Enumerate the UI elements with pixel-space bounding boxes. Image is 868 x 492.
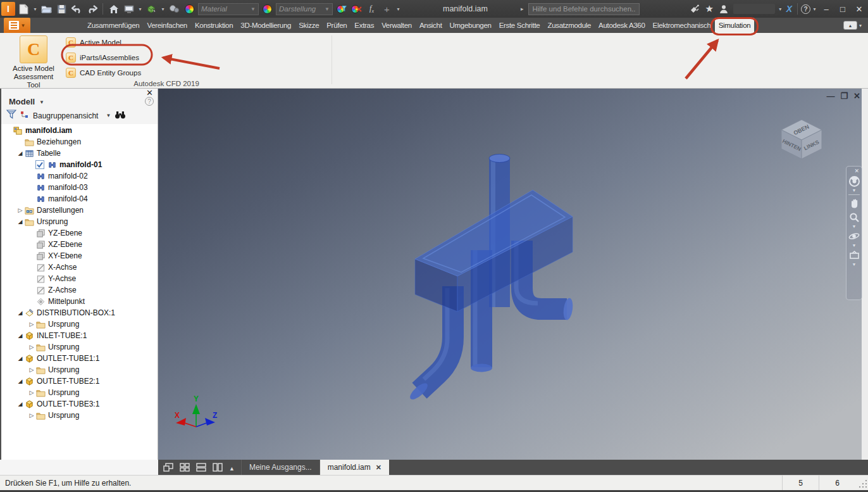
- appearance-clear-icon[interactable]: [350, 3, 363, 16]
- 3d-viewport[interactable]: — ❐ ✕ OBEN HINTEN LINKS ✕▼▼▼▼: [158, 89, 868, 460]
- chevron-down-icon[interactable]: ▼: [852, 224, 857, 229]
- tree-expander-icon[interactable]: ▷: [28, 321, 35, 327]
- tree-expander-icon[interactable]: ◢: [16, 355, 24, 362]
- tree-expander-icon[interactable]: ▷: [28, 367, 35, 373]
- document-tab-manifold-iam[interactable]: manifold.iam✕: [320, 460, 389, 475]
- split-vertical-icon[interactable]: [213, 463, 223, 472]
- tree-item-ursprung[interactable]: ▷Ursprung: [1, 387, 158, 398]
- orbit-icon[interactable]: [848, 230, 860, 243]
- view-cube[interactable]: OBEN HINTEN LINKS: [778, 117, 826, 161]
- tree-item-xz-ebene[interactable]: XZ-Ebene: [1, 239, 158, 250]
- chevron-down-icon[interactable]: ▼: [852, 243, 857, 248]
- checkbox-checked-icon[interactable]: [35, 160, 44, 169]
- close-icon[interactable]: ✕: [146, 89, 153, 97]
- view-mode-selector[interactable]: Baugruppenansicht: [33, 111, 98, 120]
- active-model-button[interactable]: CActive Model: [63, 35, 124, 49]
- satellite-icon[interactable]: [688, 3, 702, 16]
- view-face-icon[interactable]: [122, 3, 135, 16]
- look-at-icon[interactable]: [848, 249, 860, 262]
- chevron-down-icon[interactable]: ▾: [778, 6, 783, 12]
- tree-item-ursprung[interactable]: ▷Ursprung: [1, 341, 158, 353]
- chevron-down-icon[interactable]: ▾: [160, 6, 166, 12]
- new-file-icon[interactable]: [17, 3, 30, 16]
- search-input[interactable]: [528, 3, 640, 15]
- ribbon-tab-3d-modellierung[interactable]: 3D-Modellierung: [237, 18, 295, 33]
- 3d-model-manifold[interactable]: [158, 89, 868, 460]
- tree-expander-icon[interactable]: ▷: [16, 207, 24, 213]
- tree-item-manifold-01[interactable]: manifold-01: [1, 159, 158, 170]
- tree-expander-icon[interactable]: ▷: [28, 389, 35, 396]
- app-exchange-icon[interactable]: X: [784, 4, 794, 14]
- ribbon-tab-pr-fen[interactable]: Prüfen: [323, 18, 350, 33]
- tile-windows-icon[interactable]: [180, 463, 190, 472]
- chevron-down-icon[interactable]: ▾: [32, 6, 38, 12]
- tree-item-manifold-04[interactable]: manifold-04: [1, 193, 158, 205]
- tree-item-z-achse[interactable]: Z-Achse: [1, 284, 158, 296]
- iparts-iassemblies-button[interactable]: CiParts/iAssemblies: [63, 51, 142, 65]
- chevron-down-icon[interactable]: ▼: [106, 113, 111, 118]
- tree-item-beziehungen[interactable]: Beziehungen: [1, 136, 158, 148]
- ribbon-tab-umgebungen[interactable]: Umgebungen: [446, 18, 495, 33]
- tree-expander-icon[interactable]: ◢: [16, 150, 24, 156]
- tree-expander-icon[interactable]: ▷: [28, 344, 35, 350]
- ribbon-collapse-button[interactable]: ▲ ▾: [843, 18, 862, 33]
- document-tab-meine-ausgangs-[interactable]: Meine Ausgangs...: [242, 460, 319, 475]
- material-spheres-icon[interactable]: [168, 3, 181, 16]
- favorites-star-icon[interactable]: ★: [703, 3, 716, 16]
- tree-expander-icon[interactable]: ◢: [16, 378, 24, 384]
- tree-item-manifold-02[interactable]: manifold-02: [1, 170, 158, 182]
- ribbon-tab-verwalten[interactable]: Verwalten: [378, 18, 416, 33]
- tree-expander-icon[interactable]: ◢: [16, 401, 24, 407]
- tree-expander-icon[interactable]: ▷: [28, 412, 35, 419]
- navigation-wheel-icon[interactable]: [848, 175, 860, 187]
- open-icon[interactable]: [40, 3, 53, 16]
- search-binoculars-icon[interactable]: [115, 110, 126, 122]
- tree-item-y-achse[interactable]: Y-Achse: [1, 273, 158, 284]
- ribbon-tab-ansicht[interactable]: Ansicht: [416, 18, 446, 33]
- window-close-button[interactable]: ✕: [852, 4, 867, 14]
- tree-item-manifold-03[interactable]: manifold-03: [1, 182, 158, 193]
- ribbon-tab-skizze[interactable]: Skizze: [295, 18, 323, 33]
- flyout-arrow-icon[interactable]: ▸: [521, 6, 524, 12]
- help-icon[interactable]: ?: [145, 97, 154, 106]
- cascade-windows-icon[interactable]: [163, 463, 173, 472]
- chevron-down-icon[interactable]: ▼: [852, 262, 857, 267]
- chevron-down-icon[interactable]: ▼: [852, 188, 857, 193]
- tree-item-xy-ebene[interactable]: XY-Ebene: [1, 250, 158, 262]
- chevron-down-icon[interactable]: ▾: [395, 6, 401, 12]
- tree-item-tabelle[interactable]: ◢Tabelle: [1, 148, 158, 159]
- close-icon[interactable]: ✕: [853, 92, 860, 101]
- active-model-assessment-tool-button[interactable]: C Active Model Assessment Tool: [6, 34, 61, 85]
- split-horizontal-icon[interactable]: [196, 463, 206, 472]
- tree-item-ursprung[interactable]: ▷Ursprung: [1, 319, 158, 330]
- filter-funnel-icon[interactable]: [6, 110, 16, 122]
- resize-grip[interactable]: [858, 480, 867, 489]
- undo-icon[interactable]: [70, 3, 84, 16]
- add-icon[interactable]: +: [380, 3, 394, 16]
- tree-item-x-achse[interactable]: X-Achse: [1, 262, 158, 273]
- tree-item-mittelpunkt[interactable]: Mittelpunkt: [1, 296, 158, 307]
- home-icon[interactable]: [107, 3, 120, 16]
- expand-up-icon[interactable]: ▲: [229, 462, 235, 473]
- ribbon-tab-vereinfachen[interactable]: Vereinfachen: [143, 18, 191, 33]
- ribbon-tab-erste-schritte[interactable]: Erste Schritte: [495, 18, 544, 33]
- tree-item-yz-ebene[interactable]: YZ-Ebene: [1, 227, 158, 239]
- user-icon[interactable]: [717, 3, 731, 16]
- appearance-filter-icon[interactable]: [335, 3, 348, 16]
- close-icon[interactable]: ✕: [854, 168, 859, 174]
- restore-icon[interactable]: ❐: [840, 92, 848, 101]
- tree-item-darstellungen[interactable]: ▷Darstellungen: [1, 205, 158, 216]
- tree-expander-icon[interactable]: ◢: [16, 218, 24, 225]
- material-selector[interactable]: Material▼: [198, 3, 259, 15]
- sign-in-area[interactable]: [733, 4, 775, 14]
- tree-item-manifold-iam[interactable]: manifold.iam: [1, 125, 158, 136]
- window-maximize-button[interactable]: □: [835, 4, 850, 14]
- fx-parameters-icon[interactable]: fx: [365, 3, 378, 16]
- save-icon[interactable]: [55, 3, 68, 16]
- ribbon-tab-zusammenf-gen[interactable]: Zusammenfügen: [84, 18, 143, 33]
- window-minimize-button[interactable]: –: [819, 4, 834, 14]
- tree-item-ursprung[interactable]: ◢Ursprung: [1, 216, 158, 227]
- browser-panel-title[interactable]: Modell: [9, 97, 35, 106]
- tree-item-ursprung[interactable]: ▷Ursprung: [1, 410, 158, 421]
- ribbon-tab-autodesk-a360[interactable]: Autodesk A360: [595, 18, 648, 33]
